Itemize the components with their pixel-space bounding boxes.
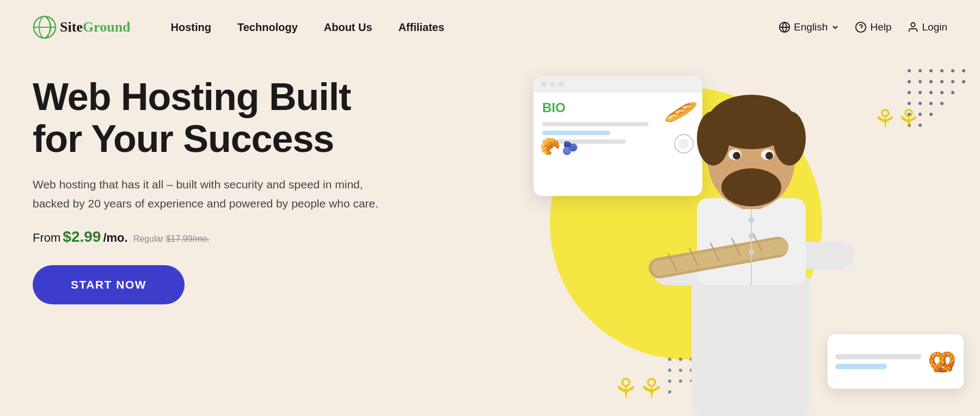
svg-point-54 bbox=[697, 111, 730, 166]
price-regular-value: $17.99/mo. bbox=[166, 234, 210, 244]
nav-about-us[interactable]: About Us bbox=[311, 21, 385, 34]
svg-point-22 bbox=[951, 91, 954, 94]
user-icon bbox=[907, 21, 919, 33]
svg-point-19 bbox=[918, 91, 922, 94]
hero-section: Web Hosting Built for Your Success Web h… bbox=[0, 54, 980, 416]
login-label: Login bbox=[922, 21, 948, 33]
language-icon bbox=[779, 21, 791, 33]
mobile-card: 🥨 bbox=[828, 334, 964, 389]
price-from: From bbox=[33, 231, 60, 245]
help-icon bbox=[855, 21, 867, 33]
nav-affiliates[interactable]: Affiliates bbox=[385, 21, 457, 34]
svg-point-17 bbox=[962, 80, 965, 83]
croissant-illustration: 🥐 bbox=[540, 137, 560, 156]
svg-point-26 bbox=[940, 102, 944, 105]
start-now-button[interactable]: START NOW bbox=[33, 265, 185, 304]
hero-title: Web Hosting Built for Your Success bbox=[33, 76, 403, 160]
chevron-down-icon bbox=[831, 23, 840, 32]
svg-point-25 bbox=[929, 102, 933, 105]
svg-point-56 bbox=[721, 168, 781, 206]
pretzel-illustration: 🥨 bbox=[928, 348, 956, 375]
svg-point-60 bbox=[765, 152, 773, 160]
svg-point-8 bbox=[929, 69, 933, 72]
hero-visual: BIO 🥖 🥐 🫐 bbox=[403, 54, 980, 416]
price-value: $2.99 bbox=[63, 228, 101, 246]
svg-point-70 bbox=[749, 234, 754, 239]
berry-illustration: 🫐 bbox=[562, 140, 578, 156]
help-link[interactable]: Help bbox=[855, 21, 891, 33]
svg-point-11 bbox=[962, 69, 965, 72]
navbar: SiteGround Hosting Technology About Us A… bbox=[0, 0, 980, 54]
svg-point-69 bbox=[749, 217, 754, 223]
svg-point-7 bbox=[918, 69, 922, 72]
hero-content: Web Hosting Built for Your Success Web h… bbox=[33, 76, 403, 304]
svg-point-13 bbox=[918, 80, 922, 83]
svg-point-29 bbox=[929, 113, 933, 116]
svg-point-71 bbox=[749, 250, 754, 255]
nav-hosting[interactable]: Hosting bbox=[158, 21, 224, 34]
svg-point-21 bbox=[940, 91, 944, 94]
nav-technology[interactable]: Technology bbox=[224, 21, 311, 34]
svg-point-9 bbox=[940, 69, 944, 72]
logo[interactable]: SiteGround bbox=[33, 15, 131, 39]
svg-point-20 bbox=[929, 91, 933, 94]
svg-point-6 bbox=[908, 69, 911, 72]
svg-point-10 bbox=[951, 69, 954, 72]
help-label: Help bbox=[870, 21, 891, 33]
language-label: English bbox=[794, 21, 828, 33]
nav-links: Hosting Technology About Us Affiliates bbox=[158, 21, 779, 34]
svg-point-5 bbox=[911, 23, 915, 27]
svg-point-15 bbox=[940, 80, 944, 83]
svg-point-59 bbox=[733, 152, 740, 160]
svg-point-55 bbox=[773, 111, 806, 166]
svg-point-18 bbox=[908, 91, 911, 94]
nav-right: English Help Login bbox=[779, 21, 947, 33]
login-button[interactable]: Login bbox=[907, 21, 948, 33]
logo-icon bbox=[33, 15, 57, 39]
svg-point-16 bbox=[951, 80, 954, 83]
logo-text: SiteGround bbox=[60, 19, 131, 35]
hero-subtitle: Web hosting that has it all – built with… bbox=[33, 175, 381, 213]
price-mo: /mo. bbox=[103, 231, 127, 245]
price-regular-label: Regular bbox=[133, 234, 164, 244]
svg-point-12 bbox=[908, 80, 911, 83]
svg-point-14 bbox=[929, 80, 933, 83]
svg-rect-47 bbox=[691, 274, 811, 416]
language-selector[interactable]: English bbox=[779, 21, 840, 33]
mobile-card-lines bbox=[835, 354, 921, 369]
hero-price: From $2.99 /mo. Regular $17.99/mo. bbox=[33, 228, 403, 246]
